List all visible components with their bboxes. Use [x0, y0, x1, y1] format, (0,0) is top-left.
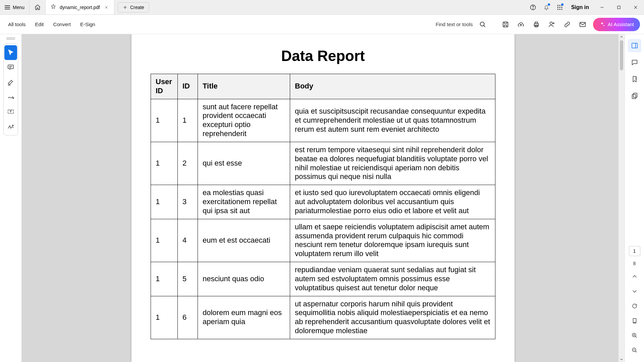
svg-point-3 [559, 5, 560, 6]
search-icon [479, 21, 486, 28]
page-up-button[interactable] [628, 271, 641, 282]
page-down-button[interactable] [628, 286, 641, 297]
esign-button[interactable]: E-Sign [76, 19, 99, 30]
table-row: 16dolorem eum magni eos aperiam quiaut a… [151, 296, 495, 339]
cell-body: ullam et saepe reiciendis voluptatem adi… [290, 219, 495, 262]
col-id: ID [178, 74, 198, 99]
comment-tool[interactable] [4, 60, 17, 75]
rotate-button[interactable] [628, 300, 641, 312]
svg-point-5 [557, 7, 558, 8]
tab-close-button[interactable] [103, 4, 109, 10]
link-button[interactable] [560, 17, 574, 32]
table-header-row: User ID ID Title Body [151, 74, 495, 99]
cloud-upload-icon [517, 21, 525, 28]
scroll-up-button[interactable] [619, 34, 625, 40]
cell-user_id: 1 [151, 99, 178, 142]
chat-icon [631, 59, 638, 66]
total-pages: 8 [633, 259, 636, 267]
cell-user_id: 1 [151, 142, 178, 185]
svg-rect-11 [618, 6, 620, 8]
zoom-in-icon [632, 333, 638, 339]
menu-label: Menu [13, 5, 24, 10]
bookmarks-panel-button[interactable] [628, 72, 641, 86]
notifications-button[interactable] [540, 0, 553, 14]
star-icon[interactable] [50, 4, 56, 11]
svg-point-12 [480, 22, 484, 26]
window-maximize-button[interactable] [610, 0, 627, 14]
apps-button[interactable] [553, 0, 567, 14]
left-tool-strip [0, 34, 21, 362]
all-tools-button[interactable]: All tools [4, 19, 30, 30]
save-icon [502, 21, 509, 28]
email-button[interactable] [576, 17, 590, 32]
col-body: Body [290, 74, 495, 99]
ai-assistant-label: AI Assistant [608, 21, 634, 27]
scroll-thumb[interactable] [620, 40, 623, 70]
cell-title: sunt aut facere repellat provident occae… [198, 99, 290, 142]
notification-dot-icon [548, 3, 550, 6]
panel-toggle-button[interactable] [628, 39, 641, 52]
document-tab[interactable]: dynamic_report.pdf [46, 0, 114, 14]
window-close-button[interactable] [627, 0, 644, 14]
svg-rect-15 [535, 22, 537, 23]
ai-assistant-button[interactable]: AI Assistant [593, 18, 640, 31]
tab-filename: dynamic_report.pdf [60, 5, 100, 10]
copy-icon [631, 92, 638, 100]
document-viewport[interactable]: Data Report User ID ID Title Body 11sunt… [21, 34, 625, 362]
cell-user_id: 1 [151, 296, 178, 339]
current-page-value: 1 [633, 248, 636, 254]
cell-id: 6 [178, 296, 198, 339]
select-tool[interactable] [4, 45, 17, 60]
draw-icon [7, 93, 14, 101]
main-area: Data Report User ID ID Title Body 11sunt… [0, 34, 644, 362]
svg-point-2 [557, 5, 558, 6]
comment-icon [7, 64, 14, 71]
text-select-tool[interactable] [4, 104, 17, 119]
sparkle-icon [599, 21, 605, 27]
find-label: Find text or tools [436, 21, 473, 27]
highlight-tool[interactable] [4, 75, 17, 89]
save-button[interactable] [498, 17, 513, 32]
zoom-in-button[interactable] [628, 330, 641, 341]
share-user-button[interactable] [545, 17, 559, 32]
vertical-scrollbar[interactable] [619, 34, 625, 362]
cell-id: 3 [178, 185, 198, 219]
tool-grip-icon[interactable] [6, 38, 15, 40]
help-button[interactable] [526, 0, 540, 14]
table-row: 12qui est esseest rerum tempore vitaeseq… [151, 142, 495, 185]
chevron-down-icon [632, 288, 638, 294]
convert-button[interactable]: Convert [49, 19, 75, 30]
zoom-out-icon [632, 347, 638, 353]
titlebar: Menu dynamic_report.pdf Create Sign in [0, 0, 644, 15]
svg-point-8 [557, 9, 558, 10]
col-title: Title [198, 74, 290, 99]
page-fit-button[interactable] [628, 315, 641, 326]
table-row: 15nesciunt quas odiorepudiandae veniam q… [151, 262, 495, 296]
hamburger-icon [5, 5, 10, 9]
print-button[interactable] [529, 17, 543, 32]
menu-button[interactable]: Menu [0, 0, 30, 14]
print-icon [533, 21, 540, 28]
upload-button[interactable] [514, 17, 528, 32]
comments-panel-button[interactable] [628, 56, 641, 69]
sign-tool[interactable] [4, 119, 17, 134]
draw-tool[interactable] [4, 89, 17, 104]
cell-body: repudiandae veniam quaerat sunt sedalias… [290, 262, 495, 296]
scroll-down-button[interactable] [619, 357, 625, 362]
current-page-input[interactable]: 1 [629, 246, 640, 256]
zoom-out-button[interactable] [628, 345, 641, 356]
cell-body: est rerum tempore vitaesequi sint nihil … [290, 142, 495, 185]
home-button[interactable] [30, 0, 46, 14]
cell-user_id: 1 [151, 262, 178, 296]
close-icon [633, 5, 638, 10]
home-icon [34, 4, 41, 11]
window-minimize-button[interactable] [594, 0, 610, 14]
maximize-icon [616, 5, 621, 10]
pages-panel-button[interactable] [628, 89, 641, 103]
cell-id: 2 [178, 142, 198, 185]
signin-button[interactable]: Sign in [567, 4, 594, 10]
edit-button[interactable]: Edit [31, 19, 48, 30]
search-button[interactable] [476, 17, 490, 32]
esign-label: E-Sign [80, 21, 95, 27]
create-button[interactable]: Create [118, 2, 149, 12]
